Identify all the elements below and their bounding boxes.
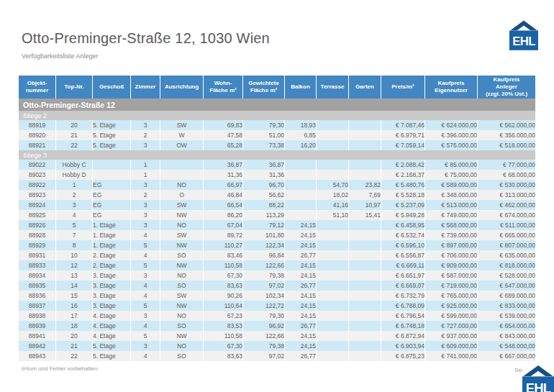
- cell-col-8: [317, 260, 348, 270]
- cell-col-7: 16,20: [285, 140, 316, 150]
- cell-col-0: 88928: [19, 230, 55, 240]
- cell-col-9: [349, 170, 381, 180]
- column-header-2: Geschoß: [93, 76, 130, 99]
- ehl-logo-footer: EHL: [522, 364, 554, 392]
- cell-col-6: 122,66: [243, 331, 284, 341]
- cell-col-10: € 6.875,23: [381, 351, 424, 361]
- cell-col-2: 3. Etage: [93, 301, 130, 311]
- cell-col-8: [317, 160, 348, 170]
- cell-col-0: 88926: [19, 220, 55, 230]
- cell-col-6: 88,22: [243, 200, 284, 210]
- cell-col-11: € 706.000,00: [425, 250, 477, 260]
- cell-col-7: 24,15: [285, 331, 316, 341]
- cell-col-6: 73,38: [243, 140, 284, 150]
- cell-col-9: [349, 230, 381, 240]
- cell-col-12: € 818.000,00: [478, 260, 535, 270]
- table-row: 89022Hobby C136,8736,87€ 2.088,42€ 85.00…: [19, 160, 535, 170]
- table-row: 88939184. Etage4SO83,5396,9226,77€ 6.748…: [19, 321, 535, 331]
- cell-col-8: [317, 331, 348, 341]
- cell-col-9: [349, 301, 381, 311]
- cell-col-7: 26,77: [285, 321, 316, 331]
- cell-col-10: € 6.903,94: [381, 341, 424, 351]
- cell-col-9: [349, 120, 381, 130]
- cell-col-5: 110,27: [204, 240, 242, 250]
- cell-col-12: € 462.000,00: [478, 200, 535, 210]
- cell-col-1: 20: [56, 120, 92, 130]
- cell-col-0: 88935: [19, 281, 55, 291]
- table-row: 889243EG3SW66,5488,2241,1610,97€ 5.237,0…: [19, 200, 535, 210]
- section-row-1: Stiege 3: [19, 150, 535, 160]
- cell-col-2: 5. Etage: [93, 130, 130, 140]
- cell-col-0: 88939: [19, 321, 55, 331]
- cell-col-4: O: [160, 190, 203, 200]
- cell-col-7: 26,77: [285, 281, 316, 291]
- cell-col-2: 4. Etage: [93, 331, 130, 341]
- table-row: 88931102. Etage4SO83,4696,8426,77€ 6.556…: [19, 250, 535, 260]
- cell-col-6: 122,66: [243, 260, 284, 270]
- cell-col-0: 88936: [19, 291, 55, 301]
- table-row: 88943225. Etage4SO83,6397,0226,77€ 6.875…: [19, 351, 535, 361]
- cell-col-1: 7: [56, 230, 92, 240]
- table-row: 88921225. Etage3OW65,2873,3816,20€ 7.059…: [19, 140, 535, 150]
- cell-col-12: € 562.000,00: [478, 120, 535, 130]
- cell-col-6: 113,29: [243, 210, 284, 220]
- table-row: 88936153. Etage4SW90,26102,3424,15€ 6.73…: [19, 291, 535, 301]
- cell-col-7: 24,15: [285, 291, 316, 301]
- column-header-12: Kaufpreis Anleger (zzgl. 20% Ust.): [478, 76, 535, 99]
- cell-col-8: [317, 281, 348, 291]
- cell-col-9: 23,82: [349, 180, 381, 190]
- cell-col-4: SO: [160, 321, 203, 331]
- cell-col-5: 66,97: [204, 180, 242, 190]
- cell-col-12: € 654.000,00: [478, 321, 535, 331]
- cell-col-4: SO: [160, 250, 203, 260]
- cell-col-9: [349, 291, 381, 301]
- cell-col-12: € 843.000,00: [478, 331, 535, 341]
- cell-col-6: 79,38: [243, 341, 284, 351]
- cell-col-0: 88931: [19, 250, 55, 260]
- cell-col-5: 110,58: [204, 260, 242, 270]
- cell-col-10: € 6.532,74: [381, 230, 424, 240]
- cell-col-8: 54,70: [317, 180, 348, 190]
- cell-col-1: 5: [56, 220, 92, 230]
- cell-col-11: € 568.000,00: [425, 220, 477, 230]
- table-row: 8892651. Etage3NO67,0479,1224,15€ 6.458,…: [19, 220, 535, 230]
- cell-col-8: [317, 311, 348, 321]
- cell-col-5: 67,30: [204, 341, 242, 351]
- cell-col-10: € 5.528,18: [381, 190, 424, 200]
- cell-col-9: [349, 281, 381, 291]
- cell-col-12: € 667.000,00: [478, 351, 535, 361]
- cell-col-2: EG: [93, 210, 130, 220]
- cell-col-8: [317, 301, 348, 311]
- cell-col-10: € 6.788,09: [381, 301, 424, 311]
- cell-col-0: 88938: [19, 311, 55, 321]
- section-row-0-label: Stiege 2: [19, 111, 535, 120]
- cell-col-0: 89023: [19, 170, 55, 180]
- cell-col-8: 18,02: [317, 190, 348, 200]
- availability-table: Objekt- nummerTop-Nr.GeschoßZimmerAusric…: [18, 76, 536, 361]
- cell-col-7: [285, 180, 316, 190]
- cell-col-5: 36,87: [204, 160, 242, 170]
- cell-col-2: EG: [93, 190, 130, 200]
- cell-col-6: 96,92: [243, 321, 284, 331]
- column-header-11: Kaufpreis Eigennutzer: [425, 76, 477, 99]
- cell-col-8: [317, 220, 348, 230]
- cell-col-7: 24,15: [285, 240, 316, 250]
- cell-col-9: [349, 220, 381, 230]
- table-row: 89023Hobby D131,3631,36€ 2.168,37€ 75.00…: [19, 170, 535, 180]
- cell-col-4: [160, 160, 203, 170]
- cell-col-4: SW: [160, 120, 203, 130]
- cell-col-4: SW: [160, 200, 203, 210]
- cell-col-4: SO: [160, 351, 203, 361]
- cell-col-6: 101,80: [243, 230, 284, 240]
- cell-col-3: 2: [131, 130, 160, 140]
- column-header-0: Objekt- nummer: [19, 76, 55, 99]
- table-row: 88919205. Etage3SW69,8379,3018,93€ 7.087…: [19, 120, 535, 130]
- cell-col-12: € 530.000,00: [478, 180, 535, 190]
- table-row: 88933122. Etage5NW110,58122,6624,15€ 6.6…: [19, 260, 535, 270]
- cell-col-11: € 765.000,00: [425, 291, 477, 301]
- cell-col-7: 26,77: [285, 351, 316, 361]
- cell-col-0: 88934: [19, 270, 55, 281]
- cell-col-11: € 719.000,00: [425, 281, 477, 291]
- table-row: 88942215. Etage3NO67,3079,3824,15€ 6.903…: [19, 341, 535, 351]
- cell-col-12: € 511.000,00: [478, 220, 535, 230]
